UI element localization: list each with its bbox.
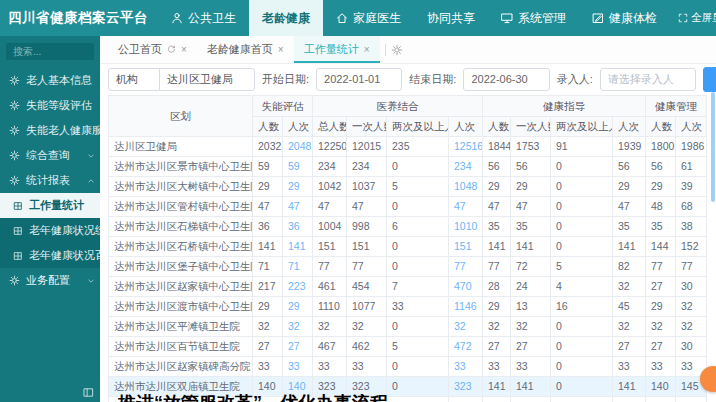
sidebar-subitem-1[interactable]: 工作量统计 bbox=[0, 193, 100, 218]
sidebar-subitem-3[interactable]: 老年健康状况百岁表 bbox=[0, 243, 100, 268]
table-row[interactable]: 达州市达川区石梯镇中心卫生院36361004998610103535035353… bbox=[109, 217, 707, 237]
sidebar-subitem-2[interactable]: 老年健康状况统计 bbox=[0, 218, 100, 243]
value-link-cell[interactable]: 1010 bbox=[449, 217, 483, 237]
table-row[interactable]: 达川区卫健局2032204812250120152351251618441753… bbox=[109, 137, 707, 157]
value-cell: 141 bbox=[483, 237, 511, 257]
value-cell: 0 bbox=[387, 357, 449, 377]
value-cell: 33 bbox=[347, 357, 387, 377]
sidebar-item-5[interactable]: 统计报表 bbox=[0, 168, 100, 193]
value-cell: 0 bbox=[387, 197, 449, 217]
value-link-cell[interactable]: 33 bbox=[449, 357, 483, 377]
region-cell: 达州市达川区管村镇中心卫生院 bbox=[109, 197, 253, 217]
value-cell: 12015 bbox=[347, 137, 387, 157]
table-row[interactable]: 达州市达川区平滩镇卫生院3232323203232320323232 bbox=[109, 317, 707, 337]
org-select[interactable]: 达川区卫健局 bbox=[159, 68, 255, 91]
value-cell: 45 bbox=[613, 297, 646, 317]
value-link-cell[interactable]: 323 bbox=[449, 377, 483, 397]
nav-item-label: 健康体检 bbox=[609, 10, 657, 27]
start-date-input[interactable]: 2022-01-01 bbox=[316, 68, 402, 91]
table-row[interactable]: 达州市达川区大树镇中心卫生院29291042103751048292902929… bbox=[109, 177, 707, 197]
value-cell: 0 bbox=[387, 397, 449, 402]
value-link-cell[interactable]: 472 bbox=[449, 337, 483, 357]
table-row[interactable]: 达州市达川区赵家镇中心卫生院21722346145474702824432273… bbox=[109, 277, 707, 297]
value-link-cell[interactable]: 47 bbox=[283, 197, 313, 217]
value-link-cell[interactable]: 141 bbox=[283, 237, 313, 257]
close-icon[interactable]: × bbox=[278, 45, 284, 55]
sidebar-search[interactable] bbox=[6, 43, 94, 60]
query-button[interactable]: 查 询 bbox=[703, 67, 716, 92]
nav-item-4[interactable]: 协同共享 bbox=[414, 0, 488, 36]
table-row[interactable]: 达州市达川区堡子镇中心卫生院7171777707777725827777 bbox=[109, 257, 707, 277]
value-link-cell[interactable]: 32 bbox=[283, 317, 313, 337]
value-link-cell[interactable]: 2048 bbox=[283, 137, 313, 157]
value-link-cell[interactable]: 223 bbox=[283, 277, 313, 297]
refresh-icon[interactable] bbox=[167, 45, 176, 54]
value-link-cell[interactable]: 71 bbox=[283, 257, 313, 277]
value-cell: 47 bbox=[313, 197, 347, 217]
close-icon[interactable]: × bbox=[181, 45, 187, 55]
sidebar-item-4[interactable]: 综合查询 bbox=[0, 143, 100, 168]
value-link-cell[interactable]: 59 bbox=[283, 157, 313, 177]
nav-item-6[interactable]: 健康体检 bbox=[579, 0, 670, 36]
operator-select[interactable]: 请选择录入人 bbox=[600, 68, 696, 91]
value-link-cell[interactable]: 29 bbox=[283, 397, 313, 402]
table-row[interactable]: 达州市达川区百节镇马家分院2929149149014929290292930 bbox=[109, 397, 707, 402]
table-row[interactable]: 达州市达川区石桥镇中心卫生院14114115115101511411410141… bbox=[109, 237, 707, 257]
value-link-cell[interactable]: 234 bbox=[449, 157, 483, 177]
tab-2[interactable]: 老龄健康首页× bbox=[197, 36, 294, 63]
value-link-cell[interactable]: 29 bbox=[283, 297, 313, 317]
value-cell: 235 bbox=[387, 137, 449, 157]
value-link-cell[interactable]: 36 bbox=[283, 217, 313, 237]
vertical-scrollbar[interactable] bbox=[711, 92, 715, 202]
table-row[interactable]: 达州市达川区渡市镇中心卫生院29291110107733114629131645… bbox=[109, 297, 707, 317]
nav-item-5[interactable]: 系统管理 bbox=[488, 0, 579, 36]
sidebar-item-1[interactable]: 老人基本信息 bbox=[0, 68, 100, 93]
value-link-cell[interactable]: 470 bbox=[449, 277, 483, 297]
tab-1[interactable]: 公卫首页× bbox=[108, 36, 197, 63]
value-link-cell[interactable]: 29 bbox=[283, 177, 313, 197]
org-type-select[interactable]: 机构 bbox=[108, 68, 160, 91]
tab-bar: 公卫首页×老龄健康首页×工作量统计× bbox=[100, 36, 716, 64]
nav-item-1[interactable]: 公共卫生 bbox=[158, 0, 249, 36]
close-icon[interactable]: × bbox=[364, 45, 370, 55]
value-link-cell[interactable]: 47 bbox=[449, 197, 483, 217]
value-cell: 0 bbox=[551, 357, 613, 377]
sidebar-item-3[interactable]: 失能老人健康服务 bbox=[0, 118, 100, 143]
column-header: 人次 bbox=[613, 117, 646, 137]
value-link-cell[interactable]: 1048 bbox=[449, 177, 483, 197]
value-cell: 61 bbox=[676, 157, 707, 177]
table-row[interactable]: 达州市达川区景市镇中心卫生院5959234234023456560565661 bbox=[109, 157, 707, 177]
value-link-cell[interactable]: 77 bbox=[449, 257, 483, 277]
value-cell: 234 bbox=[313, 157, 347, 177]
value-link-cell[interactable]: 1146 bbox=[449, 297, 483, 317]
nav-item-3[interactable]: 家庭医生 bbox=[323, 0, 414, 36]
value-link-cell[interactable]: 151 bbox=[449, 237, 483, 257]
tab-options-gear-icon[interactable] bbox=[391, 44, 403, 56]
tab-3[interactable]: 工作量统计× bbox=[294, 36, 380, 63]
value-cell: 462 bbox=[347, 337, 387, 357]
util-item-1[interactable]: 全屏显示 bbox=[670, 0, 716, 36]
value-link-cell[interactable]: 27 bbox=[283, 337, 313, 357]
sidebar-item-6[interactable]: 业务配置 bbox=[0, 268, 100, 293]
sidebar-search-input[interactable] bbox=[11, 45, 76, 58]
value-link-cell[interactable]: 140 bbox=[283, 377, 313, 397]
sidebar-item-2[interactable]: 失能等级评估 bbox=[0, 93, 100, 118]
table-row[interactable]: 达州市达川区双庙镇卫生院1401403233230323141141014114… bbox=[109, 377, 707, 397]
value-link-cell[interactable]: 149 bbox=[449, 397, 483, 402]
gear-icon bbox=[9, 125, 20, 136]
sidebar-collapse-icon[interactable] bbox=[83, 387, 94, 398]
column-header: 两次及以上人数 bbox=[551, 117, 613, 137]
filter-bar: 机构 达川区卫健局 开始日期: 2022-01-01 结束日期: 2022-06… bbox=[100, 64, 716, 94]
end-date-input[interactable]: 2022-06-30 bbox=[463, 68, 549, 91]
table-row[interactable]: 达州市达川区管村镇中心卫生院4747474704747470474868 bbox=[109, 197, 707, 217]
person-icon bbox=[171, 12, 183, 24]
table-row[interactable]: 达州市达川区赵家镇碑高分院3333333303333330333333 bbox=[109, 357, 707, 377]
tab-label: 公卫首页 bbox=[118, 42, 162, 57]
table-row[interactable]: 达州市达川区百节镇卫生院2727467462547227270272730 bbox=[109, 337, 707, 357]
value-link-cell[interactable]: 12516 bbox=[449, 137, 483, 157]
value-link-cell[interactable]: 32 bbox=[449, 317, 483, 337]
nav-item-2[interactable]: 老龄健康 bbox=[249, 0, 323, 36]
value-cell: 1037 bbox=[347, 177, 387, 197]
value-link-cell[interactable]: 33 bbox=[283, 357, 313, 377]
monitor-icon bbox=[501, 12, 513, 24]
